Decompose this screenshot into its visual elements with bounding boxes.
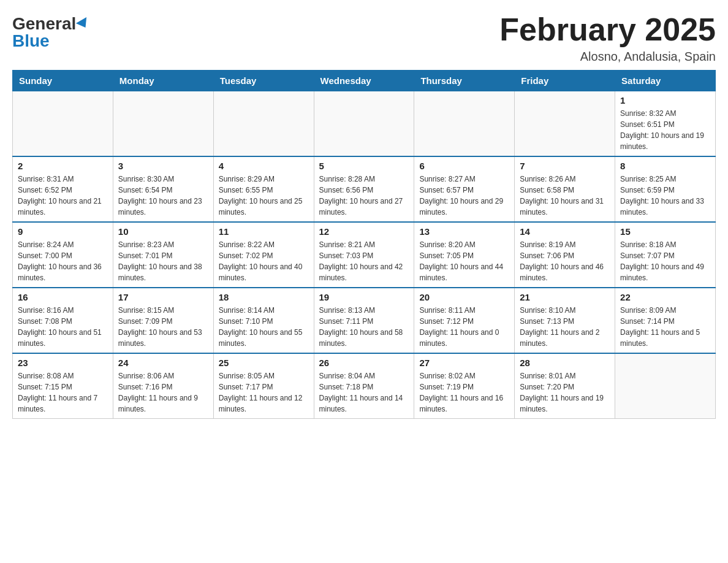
day-number: 11 xyxy=(219,226,309,237)
header-sunday: Sunday xyxy=(13,71,113,91)
table-row: 7Sunrise: 8:26 AMSunset: 6:58 PMDaylight… xyxy=(515,156,615,222)
logo-triangle-icon xyxy=(76,17,91,31)
table-row: 20Sunrise: 8:11 AMSunset: 7:12 PMDayligh… xyxy=(414,288,515,353)
table-row: 3Sunrise: 8:30 AMSunset: 6:54 PMDaylight… xyxy=(113,156,213,222)
day-number: 5 xyxy=(319,161,409,171)
day-number: 25 xyxy=(219,358,309,368)
table-row: 25Sunrise: 8:05 AMSunset: 7:17 PMDayligh… xyxy=(213,353,314,419)
day-number: 27 xyxy=(419,358,509,368)
day-info: Sunrise: 8:06 AMSunset: 7:16 PMDaylight:… xyxy=(118,370,208,415)
page-header: General Blue February 2025 Alosno, Andal… xyxy=(12,12,716,64)
table-row: 8Sunrise: 8:25 AMSunset: 6:59 PMDaylight… xyxy=(615,156,716,222)
logo-general: General xyxy=(12,15,76,33)
table-row: 14Sunrise: 8:19 AMSunset: 7:06 PMDayligh… xyxy=(515,222,615,288)
day-number: 21 xyxy=(520,292,610,302)
header-friday: Friday xyxy=(515,71,615,91)
day-info: Sunrise: 8:30 AMSunset: 6:54 PMDaylight:… xyxy=(118,174,208,218)
table-row: 21Sunrise: 8:10 AMSunset: 7:13 PMDayligh… xyxy=(515,288,615,353)
day-info: Sunrise: 8:01 AMSunset: 7:20 PMDaylight:… xyxy=(520,370,610,415)
table-row: 6Sunrise: 8:27 AMSunset: 6:57 PMDaylight… xyxy=(414,156,515,222)
calendar-week-row: 23Sunrise: 8:08 AMSunset: 7:15 PMDayligh… xyxy=(13,353,716,419)
day-number: 20 xyxy=(419,292,509,302)
day-info: Sunrise: 8:04 AMSunset: 7:18 PMDaylight:… xyxy=(319,370,409,415)
day-info: Sunrise: 8:05 AMSunset: 7:17 PMDaylight:… xyxy=(219,370,309,415)
day-info: Sunrise: 8:32 AMSunset: 6:51 PMDaylight:… xyxy=(620,108,710,152)
table-row: 15Sunrise: 8:18 AMSunset: 7:07 PMDayligh… xyxy=(615,222,716,288)
day-number: 2 xyxy=(18,161,108,171)
day-info: Sunrise: 8:20 AMSunset: 7:05 PMDaylight:… xyxy=(419,239,509,283)
title-section: February 2025 Alosno, Andalusia, Spain xyxy=(499,12,716,64)
day-info: Sunrise: 8:29 AMSunset: 6:55 PMDaylight:… xyxy=(219,174,309,218)
table-row: 28Sunrise: 8:01 AMSunset: 7:20 PMDayligh… xyxy=(515,353,615,419)
day-info: Sunrise: 8:02 AMSunset: 7:19 PMDaylight:… xyxy=(419,370,509,415)
table-row: 24Sunrise: 8:06 AMSunset: 7:16 PMDayligh… xyxy=(113,353,213,419)
table-row: 2Sunrise: 8:31 AMSunset: 6:52 PMDaylight… xyxy=(13,156,113,222)
day-number: 15 xyxy=(620,226,710,237)
table-row: 18Sunrise: 8:14 AMSunset: 7:10 PMDayligh… xyxy=(213,288,314,353)
day-info: Sunrise: 8:09 AMSunset: 7:14 PMDaylight:… xyxy=(620,305,710,349)
day-number: 7 xyxy=(520,161,610,171)
calendar-week-row: 1Sunrise: 8:32 AMSunset: 6:51 PMDaylight… xyxy=(13,91,716,157)
day-number: 1 xyxy=(620,95,710,105)
day-number: 16 xyxy=(18,292,108,302)
table-row xyxy=(314,91,414,157)
header-monday: Monday xyxy=(113,71,213,91)
logo: General Blue xyxy=(12,12,89,51)
day-info: Sunrise: 8:21 AMSunset: 7:03 PMDaylight:… xyxy=(319,239,409,283)
table-row: 12Sunrise: 8:21 AMSunset: 7:03 PMDayligh… xyxy=(314,222,414,288)
day-number: 3 xyxy=(118,161,208,171)
calendar-week-row: 9Sunrise: 8:24 AMSunset: 7:00 PMDaylight… xyxy=(13,222,716,288)
table-row: 13Sunrise: 8:20 AMSunset: 7:05 PMDayligh… xyxy=(414,222,515,288)
header-tuesday: Tuesday xyxy=(213,71,314,91)
day-info: Sunrise: 8:27 AMSunset: 6:57 PMDaylight:… xyxy=(419,174,509,218)
day-number: 8 xyxy=(620,161,710,171)
month-title: February 2025 xyxy=(499,12,716,47)
location: Alosno, Andalusia, Spain xyxy=(499,50,716,64)
day-number: 19 xyxy=(319,292,409,302)
table-row: 23Sunrise: 8:08 AMSunset: 7:15 PMDayligh… xyxy=(13,353,113,419)
table-row xyxy=(13,91,113,157)
day-info: Sunrise: 8:22 AMSunset: 7:02 PMDaylight:… xyxy=(219,239,309,283)
day-info: Sunrise: 8:25 AMSunset: 6:59 PMDaylight:… xyxy=(620,174,710,218)
day-number: 6 xyxy=(419,161,509,171)
day-number: 14 xyxy=(520,226,610,237)
day-number: 24 xyxy=(118,358,208,368)
day-info: Sunrise: 8:11 AMSunset: 7:12 PMDaylight:… xyxy=(419,305,509,349)
header-wednesday: Wednesday xyxy=(314,71,414,91)
table-row: 4Sunrise: 8:29 AMSunset: 6:55 PMDaylight… xyxy=(213,156,314,222)
day-number: 28 xyxy=(520,358,610,368)
table-row: 1Sunrise: 8:32 AMSunset: 6:51 PMDaylight… xyxy=(615,91,716,157)
table-row: 9Sunrise: 8:24 AMSunset: 7:00 PMDaylight… xyxy=(13,222,113,288)
day-info: Sunrise: 8:14 AMSunset: 7:10 PMDaylight:… xyxy=(219,305,309,349)
day-info: Sunrise: 8:13 AMSunset: 7:11 PMDaylight:… xyxy=(319,305,409,349)
table-row: 27Sunrise: 8:02 AMSunset: 7:19 PMDayligh… xyxy=(414,353,515,419)
day-info: Sunrise: 8:23 AMSunset: 7:01 PMDaylight:… xyxy=(118,239,208,283)
logo-blue: Blue xyxy=(12,31,50,51)
calendar-header-row: Sunday Monday Tuesday Wednesday Thursday… xyxy=(13,71,716,91)
day-info: Sunrise: 8:15 AMSunset: 7:09 PMDaylight:… xyxy=(118,305,208,349)
table-row: 10Sunrise: 8:23 AMSunset: 7:01 PMDayligh… xyxy=(113,222,213,288)
calendar-week-row: 2Sunrise: 8:31 AMSunset: 6:52 PMDaylight… xyxy=(13,156,716,222)
table-row: 16Sunrise: 8:16 AMSunset: 7:08 PMDayligh… xyxy=(13,288,113,353)
day-info: Sunrise: 8:31 AMSunset: 6:52 PMDaylight:… xyxy=(18,174,108,218)
day-info: Sunrise: 8:10 AMSunset: 7:13 PMDaylight:… xyxy=(520,305,610,349)
table-row: 19Sunrise: 8:13 AMSunset: 7:11 PMDayligh… xyxy=(314,288,414,353)
day-number: 17 xyxy=(118,292,208,302)
day-number: 22 xyxy=(620,292,710,302)
day-info: Sunrise: 8:28 AMSunset: 6:56 PMDaylight:… xyxy=(319,174,409,218)
day-number: 18 xyxy=(219,292,309,302)
table-row xyxy=(213,91,314,157)
day-number: 23 xyxy=(18,358,108,368)
day-info: Sunrise: 8:08 AMSunset: 7:15 PMDaylight:… xyxy=(18,370,108,415)
table-row: 17Sunrise: 8:15 AMSunset: 7:09 PMDayligh… xyxy=(113,288,213,353)
table-row xyxy=(414,91,515,157)
day-info: Sunrise: 8:26 AMSunset: 6:58 PMDaylight:… xyxy=(520,174,610,218)
day-info: Sunrise: 8:18 AMSunset: 7:07 PMDaylight:… xyxy=(620,239,710,283)
day-number: 12 xyxy=(319,226,409,237)
day-number: 9 xyxy=(18,226,108,237)
table-row xyxy=(615,353,716,419)
table-row: 22Sunrise: 8:09 AMSunset: 7:14 PMDayligh… xyxy=(615,288,716,353)
calendar-week-row: 16Sunrise: 8:16 AMSunset: 7:08 PMDayligh… xyxy=(13,288,716,353)
table-row: 26Sunrise: 8:04 AMSunset: 7:18 PMDayligh… xyxy=(314,353,414,419)
day-number: 4 xyxy=(219,161,309,171)
